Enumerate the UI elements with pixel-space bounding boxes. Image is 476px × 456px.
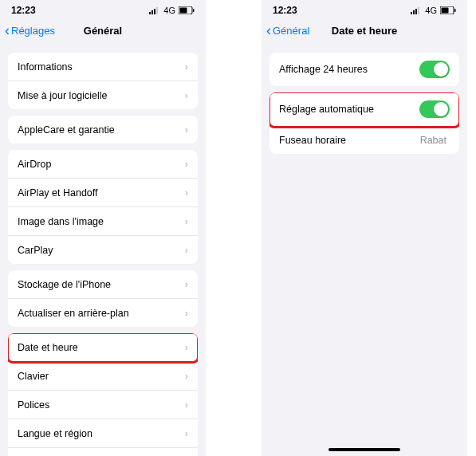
row-label: Informations: [18, 61, 185, 73]
row-clavier[interactable]: Clavier›: [8, 362, 198, 391]
row-label: Stockage de l'iPhone: [18, 279, 185, 290]
row-label: Actualiser en arrière-plan: [18, 308, 185, 319]
settings-list: Affichage 24 heuresRéglage automatiqueFu…: [262, 45, 467, 160]
svg-rect-12: [442, 8, 449, 14]
back-button[interactable]: ‹ Réglages: [5, 23, 55, 37]
row-label: Clavier: [18, 371, 185, 382]
row-date-et-heure[interactable]: Date et heure›: [8, 333, 198, 362]
chevron-right-icon: ›: [185, 370, 188, 382]
chevron-left-icon: ‹: [5, 23, 10, 37]
status-right: 4G: [149, 6, 195, 15]
chevron-right-icon: ›: [185, 399, 188, 411]
chevron-right-icon: ›: [185, 89, 188, 101]
row-value: Rabat: [420, 135, 446, 146]
row-reglage-automatique[interactable]: Réglage automatique: [269, 92, 459, 127]
battery-icon: [179, 6, 195, 14]
row-label: Langue et région: [18, 428, 185, 439]
row-applecare-et-garantie[interactable]: AppleCare et garantie›: [8, 116, 198, 143]
svg-rect-2: [154, 9, 155, 14]
settings-group: Affichage 24 heures: [269, 53, 459, 86]
chevron-right-icon: ›: [185, 278, 188, 290]
settings-group: Réglage automatiqueFuseau horaireRabat: [269, 92, 459, 154]
row-label: Image dans l'image: [18, 216, 185, 227]
chevron-right-icon: ›: [185, 61, 188, 73]
chevron-right-icon: ›: [185, 124, 188, 136]
row-label: Réglage automatique: [279, 104, 419, 115]
row-label: AirDrop: [18, 159, 185, 170]
svg-rect-13: [454, 9, 456, 12]
row-label: Date et heure: [18, 342, 185, 353]
toggle-switch[interactable]: [419, 61, 450, 78]
row-image-dans-l-image[interactable]: Image dans l'image›: [8, 207, 198, 236]
cellular-signal-icon: [149, 6, 160, 14]
row-label: Fuseau horaire: [279, 135, 420, 146]
row-informations[interactable]: Informations›: [8, 53, 198, 81]
settings-group: Informations›Mise à jour logicielle›: [8, 53, 198, 109]
row-label: AppleCare et garantie: [18, 124, 185, 136]
chevron-right-icon: ›: [185, 307, 188, 319]
phone-date-time: 12:23 4G ‹ Général Date et heure Afficha…: [262, 0, 467, 456]
row-langue-et-region[interactable]: Langue et région›: [8, 419, 198, 448]
back-label: Réglages: [11, 25, 55, 37]
settings-group: AppleCare et garantie›: [8, 116, 198, 143]
toggle-switch[interactable]: [419, 100, 450, 118]
back-label: Général: [273, 25, 309, 37]
chevron-right-icon: ›: [185, 158, 188, 170]
row-airdrop[interactable]: AirDrop›: [8, 150, 198, 179]
nav-header: ‹ Général Date et heure: [262, 19, 467, 45]
row-dictionnaires[interactable]: Dictionnaires: [8, 448, 198, 456]
svg-rect-10: [418, 7, 419, 14]
svg-rect-0: [149, 12, 151, 14]
svg-rect-8: [413, 10, 415, 14]
svg-rect-9: [415, 9, 417, 14]
row-label: Affichage 24 heures: [279, 64, 419, 75]
row-actualiser-en-arriere-plan[interactable]: Actualiser en arrière-plan›: [8, 299, 198, 327]
battery-icon: [440, 6, 456, 14]
row-label: Mise à jour logicielle: [18, 90, 185, 101]
svg-rect-6: [193, 9, 195, 12]
row-fuseau-horaire[interactable]: Fuseau horaireRabat: [269, 127, 459, 154]
chevron-right-icon: ›: [185, 215, 188, 227]
status-right: 4G: [411, 6, 456, 15]
settings-group: Stockage de l'iPhone›Actualiser en arriè…: [8, 270, 198, 327]
back-button[interactable]: ‹ Général: [266, 23, 309, 37]
settings-list: Informations›Mise à jour logicielle›Appl…: [0, 45, 206, 456]
row-stockage-de-l-iphone[interactable]: Stockage de l'iPhone›: [8, 270, 198, 299]
settings-group: Date et heure›Clavier›Polices›Langue et …: [8, 333, 198, 456]
svg-rect-5: [180, 8, 187, 14]
row-carplay[interactable]: CarPlay›: [8, 236, 198, 264]
network-label: 4G: [163, 6, 175, 15]
row-label: AirPlay et Handoff: [18, 187, 185, 199]
cellular-signal-icon: [411, 6, 422, 14]
row-label: CarPlay: [18, 245, 185, 256]
row-label: Polices: [18, 399, 185, 411]
svg-rect-1: [151, 10, 153, 14]
settings-group: AirDrop›AirPlay et Handoff›Image dans l'…: [8, 150, 198, 264]
network-label: 4G: [425, 6, 437, 15]
svg-rect-7: [411, 12, 412, 14]
status-time: 12:23: [11, 5, 36, 16]
home-indicator[interactable]: [328, 448, 400, 451]
row-affichage-24-heures[interactable]: Affichage 24 heures: [269, 53, 459, 86]
status-time: 12:23: [273, 5, 297, 16]
svg-rect-3: [156, 7, 158, 14]
chevron-right-icon: ›: [185, 244, 188, 256]
nav-header: ‹ Réglages Général: [0, 19, 206, 45]
chevron-right-icon: ›: [185, 427, 188, 439]
row-polices[interactable]: Polices›: [8, 391, 198, 419]
status-bar: 12:23 4G: [262, 0, 467, 19]
chevron-right-icon: ›: [185, 341, 188, 353]
chevron-left-icon: ‹: [266, 23, 271, 37]
row-airplay-et-handoff[interactable]: AirPlay et Handoff›: [8, 179, 198, 207]
chevron-right-icon: ›: [185, 187, 188, 199]
row-mise-a-jour-logicielle[interactable]: Mise à jour logicielle›: [8, 81, 198, 109]
phone-general: 12:23 4G ‹ Réglages Général Informations…: [0, 0, 206, 456]
status-bar: 12:23 4G: [0, 0, 206, 19]
